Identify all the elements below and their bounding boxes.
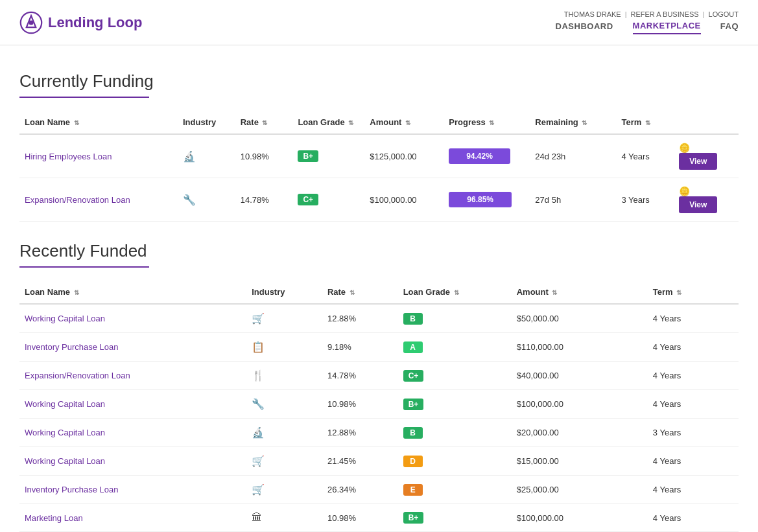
industry-icon: 🔧 — [183, 194, 196, 205]
loan-name-link[interactable]: Marketing Loan — [25, 513, 83, 523]
loan-name-cell: Inventory Purchase Loan — [19, 333, 246, 362]
loan-name-cell: Inventory Purchase Loan — [19, 476, 246, 504]
header: Lending Loop THOMAS DRAKE | REFER A BUSI… — [0, 0, 758, 45]
loan-name-cell: Expansion/Renovation Loan — [19, 362, 246, 390]
loan-name-cell: Working Capital Loan — [19, 304, 246, 333]
recently-table-header: Loan Name ⇅ Industry Rate ⇅ Loan Grade ⇅… — [19, 281, 739, 304]
amount-cell: $20,000.00 — [512, 419, 648, 447]
amount-cell: $40,000.00 — [512, 362, 648, 390]
loan-name-cell: Expansion/Renovation Loan — [19, 178, 178, 222]
grade-cell: B+ — [398, 504, 512, 532]
currently-table-header: Loan Name ⇅ Industry Rate ⇅ Loan Grade ⇅… — [19, 111, 739, 134]
nav-marketplace[interactable]: MARKETPLACE — [633, 21, 701, 34]
currently-table-row: Hiring Employees Loan 🔬 10.98% B+ $125,0… — [19, 134, 739, 178]
loan-name-link[interactable]: Expansion/Renovation Loan — [25, 195, 130, 205]
top-links: THOMAS DRAKE | REFER A BUSINESS | LOGOUT — [564, 10, 739, 18]
term-cell: 4 Years — [616, 134, 674, 178]
svg-point-2 — [29, 20, 33, 25]
rate-cell: 12.88% — [322, 304, 398, 333]
nav-dashboard[interactable]: DASHBOARD — [556, 21, 613, 34]
sort-term[interactable]: ⇅ — [645, 119, 650, 126]
sort-grade[interactable]: ⇅ — [348, 119, 353, 126]
loan-name-link[interactable]: Hiring Employees Loan — [25, 152, 112, 161]
rate-cell: 26.34% — [322, 476, 398, 504]
amount-cell: $15,000.00 — [512, 447, 648, 476]
grade-cell: B — [398, 304, 512, 333]
term-cell: 4 Years — [648, 504, 739, 532]
industry-cell: 📋 — [246, 333, 322, 362]
grade-cell: A — [398, 333, 512, 362]
term-cell: 3 Years — [648, 419, 739, 447]
amount-cell: $125,000.00 — [364, 134, 444, 178]
industry-cell: 🔬 — [246, 419, 322, 447]
industry-icon: 🛒 — [252, 484, 265, 495]
sort-progress[interactable]: ⇅ — [489, 119, 494, 126]
recently-table-row: Marketing Loan 🏛 10.98% B+ $100,000.00 4… — [19, 504, 739, 532]
loan-name-link[interactable]: Working Capital Loan — [25, 428, 105, 437]
col-action — [674, 111, 739, 134]
industry-cell: 🛒 — [246, 304, 322, 333]
term-cell: 4 Years — [648, 304, 739, 333]
sort-remaining[interactable]: ⇅ — [582, 119, 587, 126]
col-loan-grade: Loan Grade ⇅ — [292, 111, 364, 134]
progress-cell: 96.85% — [444, 178, 530, 222]
term-cell: 4 Years — [648, 476, 739, 504]
amount-cell: $50,000.00 — [512, 304, 648, 333]
view-button[interactable]: View — [679, 153, 717, 170]
grade-badge: B+ — [298, 150, 318, 162]
main-nav: DASHBOARD MARKETPLACE FAQ — [556, 21, 739, 34]
industry-icon: 🛒 — [252, 313, 265, 324]
remaining-cell: 24d 23h — [530, 134, 616, 178]
grade-cell: B+ — [292, 134, 364, 178]
col-loan-name: Loan Name ⇅ — [19, 111, 178, 134]
rsort-amount[interactable]: ⇅ — [552, 289, 557, 296]
currently-funding-table: Loan Name ⇅ Industry Rate ⇅ Loan Grade ⇅… — [19, 111, 739, 222]
rsort-rate[interactable]: ⇅ — [349, 289, 355, 296]
loan-name-cell: Hiring Employees Loan — [19, 134, 178, 178]
user-name-link[interactable]: THOMAS DRAKE — [564, 10, 621, 18]
loan-name-cell: Working Capital Loan — [19, 419, 246, 447]
recently-funded-title: Recently Funded — [19, 241, 739, 261]
nav-faq[interactable]: FAQ — [720, 21, 739, 34]
loan-name-link[interactable]: Expansion/Renovation Loan — [25, 371, 130, 380]
rsort-loan-name[interactable]: ⇅ — [74, 289, 79, 296]
industry-icon: 📋 — [252, 341, 265, 353]
currently-table-row: Expansion/Renovation Loan 🔧 14.78% C+ $1… — [19, 178, 739, 222]
amount-cell: $100,000.00 — [512, 390, 648, 419]
progress-bar: 96.85% — [449, 192, 512, 207]
term-cell: 4 Years — [648, 362, 739, 390]
refer-business-link[interactable]: REFER A BUSINESS — [631, 10, 699, 18]
term-cell: 4 Years — [648, 447, 739, 476]
loan-name-link[interactable]: Inventory Purchase Loan — [25, 342, 119, 352]
loan-name-link[interactable]: Working Capital Loan — [25, 456, 105, 466]
loan-name-link[interactable]: Working Capital Loan — [25, 399, 105, 409]
sort-rate[interactable]: ⇅ — [262, 119, 267, 126]
view-button[interactable]: View — [679, 196, 717, 213]
grade-badge: D — [403, 456, 423, 467]
grade-badge: C+ — [403, 370, 424, 382]
stack-icon: 🪙 — [679, 143, 690, 153]
sort-loan-name[interactable]: ⇅ — [74, 119, 79, 126]
grade-badge: E — [403, 484, 423, 496]
rsort-term[interactable]: ⇅ — [676, 289, 681, 296]
rcol-amount: Amount ⇅ — [512, 281, 648, 304]
loan-name-link[interactable]: Inventory Purchase Loan — [25, 485, 119, 494]
rate-cell: 10.98% — [322, 504, 398, 532]
rsort-grade[interactable]: ⇅ — [454, 289, 459, 296]
rate-cell: 14.78% — [322, 362, 398, 390]
industry-cell: 🔧 — [246, 390, 322, 419]
rate-cell: 10.98% — [235, 134, 293, 178]
recently-table-row: Working Capital Loan 🛒 12.88% B $50,000.… — [19, 304, 739, 333]
amount-cell: $25,000.00 — [512, 476, 648, 504]
term-cell: 3 Years — [616, 178, 674, 222]
loan-name-cell: Working Capital Loan — [19, 447, 246, 476]
separator2: | — [703, 10, 705, 18]
col-remaining: Remaining ⇅ — [530, 111, 616, 134]
currently-funding-title: Currently Funding — [19, 71, 739, 91]
industry-cell: 🛒 — [246, 447, 322, 476]
sort-amount[interactable]: ⇅ — [405, 119, 410, 126]
rate-cell: 10.98% — [322, 390, 398, 419]
logout-link[interactable]: LOGOUT — [709, 10, 739, 18]
col-amount: Amount ⇅ — [364, 111, 444, 134]
loan-name-link[interactable]: Working Capital Loan — [25, 314, 105, 323]
